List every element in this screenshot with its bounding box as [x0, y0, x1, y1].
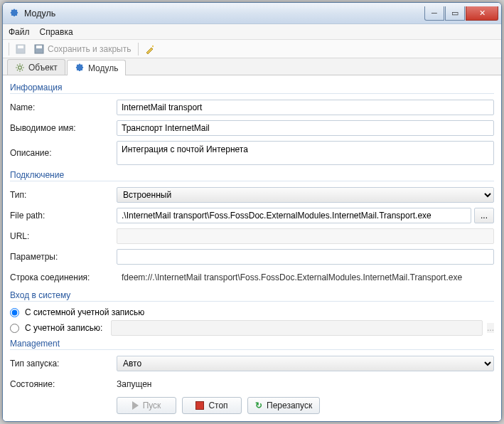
svg-point-5	[18, 65, 22, 69]
tab-module[interactable]: Модуль	[67, 60, 127, 75]
save-and-close-button[interactable]: Сохранить и закрыть	[31, 42, 134, 56]
tab-object[interactable]: Объект	[7, 59, 65, 75]
params-input[interactable]	[117, 249, 494, 265]
type-select[interactable]: Встроенный	[117, 187, 494, 203]
radio-system-account[interactable]	[10, 308, 19, 317]
name-input[interactable]	[117, 100, 494, 115]
custom-account-input	[111, 320, 483, 336]
menubar: Файл Справка	[3, 24, 501, 40]
label-name: Name:	[10, 102, 117, 112]
play-icon	[132, 401, 139, 410]
url-field	[117, 228, 494, 244]
minimize-button[interactable]: ─	[424, 6, 444, 21]
save-icon[interactable]	[14, 42, 28, 56]
label-params: Параметры:	[10, 252, 117, 262]
wizard-icon[interactable]	[143, 42, 157, 56]
svg-rect-1	[18, 46, 23, 48]
svg-rect-3	[36, 46, 42, 48]
start-button: Пуск	[117, 397, 176, 414]
section-info: Информация	[10, 83, 494, 94]
radio-custom-account[interactable]	[10, 324, 19, 333]
displayname-input[interactable]	[117, 120, 494, 136]
restart-icon: ↻	[255, 401, 262, 410]
connstring-value: fdeem://.\InternetMail transport\Foss.Fo…	[117, 270, 494, 285]
description-input[interactable]: Интеграция с почтой Интернета	[117, 141, 494, 165]
tabs: Объект Модуль	[3, 58, 501, 75]
section-login: Вход в систему	[10, 290, 494, 302]
restart-button[interactable]: ↻ Перезапуск	[247, 397, 320, 414]
menu-help[interactable]: Справка	[40, 27, 73, 37]
svg-point-4	[152, 45, 154, 46]
label-description: Описание:	[10, 148, 117, 158]
section-connection: Подключение	[10, 170, 494, 181]
maximize-button[interactable]: ▭	[445, 6, 465, 21]
window-title: Модуль	[24, 9, 424, 18]
label-url: URL:	[10, 231, 117, 241]
starttype-select[interactable]: Авто	[117, 356, 494, 371]
label-displayname: Выводимое имя:	[10, 123, 117, 133]
stop-button[interactable]: Стоп	[182, 397, 242, 414]
label-starttype: Тип запуска:	[10, 359, 117, 369]
filepath-browse-button[interactable]: ...	[474, 208, 494, 223]
titlebar: Модуль ─ ▭ ✕	[3, 3, 501, 24]
label-filepath: File path:	[10, 211, 117, 221]
close-button[interactable]: ✕	[466, 6, 498, 21]
custom-account-browse-button: ...	[487, 323, 494, 333]
menu-file[interactable]: Файл	[9, 27, 30, 37]
label-state: Состояние:	[10, 379, 117, 389]
label-type: Тип:	[10, 190, 117, 200]
label-custom-account: С учетной записью:	[25, 323, 102, 333]
stop-icon	[195, 401, 204, 410]
label-system-account: С системной учетной записью	[25, 307, 144, 317]
app-icon	[9, 8, 20, 19]
filepath-input[interactable]	[117, 208, 471, 223]
state-value: Запущен	[117, 379, 151, 389]
label-connstring: Строка соединения:	[10, 272, 117, 282]
toolbar: Сохранить и закрыть	[3, 40, 501, 58]
section-management: Management	[10, 339, 494, 350]
